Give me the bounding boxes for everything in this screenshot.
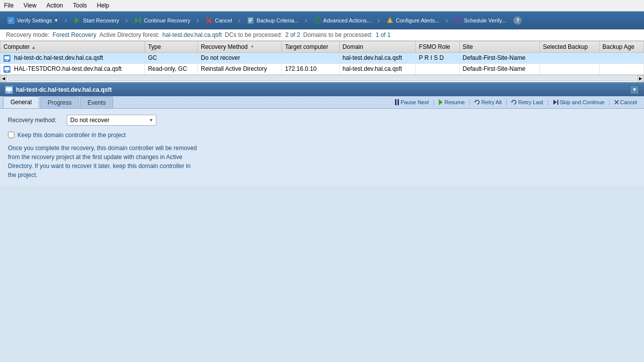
row1-computer: hal-test-dc.hal-test.dev.hal.ca.qsft bbox=[0, 53, 145, 64]
svg-rect-15 bbox=[455, 18, 462, 24]
detail-cancel-button[interactable]: Cancel bbox=[612, 98, 639, 106]
svg-rect-9 bbox=[249, 20, 253, 21]
toolbar-separator: › bbox=[64, 16, 67, 25]
dcs-label: DCs to be processed: bbox=[225, 31, 282, 38]
toolbar-separator-7: › bbox=[445, 16, 448, 25]
pause-next-button[interactable]: Pause Next bbox=[392, 98, 431, 106]
scroll-left-arrow[interactable]: ◀ bbox=[0, 75, 7, 82]
svg-rect-26 bbox=[6, 87, 12, 91]
verify-settings-button[interactable]: ✓ Verify Settings ▼ bbox=[3, 15, 62, 26]
continue-icon bbox=[134, 16, 142, 24]
svg-rect-16 bbox=[456, 17, 457, 19]
retry-last-button[interactable]: Retry Last bbox=[509, 98, 545, 106]
schedule-verify-button[interactable]: Schedule Verify... bbox=[450, 15, 511, 26]
row2-site: Default-First-Site-Name bbox=[459, 63, 539, 74]
main-table-area: Computer ▲ Type Recovery Method • Target… bbox=[0, 41, 644, 75]
menu-tools[interactable]: Tools bbox=[71, 1, 89, 10]
retry-all-button[interactable]: Retry All bbox=[472, 98, 504, 106]
configure-alerts-button[interactable]: Configure Alerts... bbox=[382, 15, 443, 26]
svg-rect-34 bbox=[557, 100, 558, 105]
tab-general[interactable]: General bbox=[3, 96, 39, 108]
svg-text:✓: ✓ bbox=[315, 18, 319, 23]
skip-continue-button[interactable]: Skip and Continue bbox=[551, 98, 607, 106]
row2-target: 172.16.0.10 bbox=[282, 63, 340, 74]
backup-criteria-button[interactable]: Backup Criteria... bbox=[243, 15, 302, 26]
recovery-method-indicator: • bbox=[252, 43, 254, 50]
row2-backup bbox=[540, 63, 600, 74]
row2-recovery-method: Reinstall Active Directory bbox=[198, 63, 282, 74]
menu-bar: File View Action Tools Help bbox=[0, 0, 644, 11]
schedule-icon bbox=[454, 16, 462, 24]
recovery-mode-label: Recovery mode: bbox=[6, 31, 49, 38]
col-computer[interactable]: Computer ▲ bbox=[0, 41, 145, 53]
menu-action[interactable]: Action bbox=[44, 1, 65, 10]
recovery-method-row: Recovery method: Do not recover Reinstal… bbox=[8, 115, 636, 126]
table-row[interactable]: hal-test-dc.hal-test.dev.hal.ca.qsft GC … bbox=[0, 53, 644, 64]
svg-rect-27 bbox=[8, 92, 10, 93]
row1-fsmo: P R I S D bbox=[416, 53, 460, 64]
action-separator-5: | bbox=[609, 99, 610, 106]
scroll-right-arrow[interactable]: ▶ bbox=[637, 75, 644, 82]
svg-marker-31 bbox=[474, 101, 476, 103]
advanced-actions-button[interactable]: ✓ Advanced Actions... bbox=[309, 15, 376, 26]
col-target-computer[interactable]: Target computer bbox=[282, 41, 340, 53]
description-text: Once you complete the recovery, this dom… bbox=[8, 144, 197, 180]
resume-icon bbox=[438, 99, 443, 105]
col-type[interactable]: Type bbox=[145, 41, 198, 53]
svg-rect-4 bbox=[139, 17, 141, 23]
row1-recovery-method: Do not recover bbox=[198, 53, 282, 64]
collapse-button[interactable]: ▼ bbox=[630, 85, 639, 94]
col-domain[interactable]: Domain bbox=[339, 41, 415, 53]
row1-site: Default-First-Site-Name bbox=[459, 53, 539, 64]
domains-label: Domains to be processed: bbox=[303, 31, 373, 38]
col-fsmo-role[interactable]: FSMO Role bbox=[416, 41, 460, 53]
menu-view[interactable]: View bbox=[21, 1, 38, 10]
action-separator-1: | bbox=[433, 99, 434, 106]
horizontal-scrollbar[interactable]: ◀ ▶ bbox=[0, 75, 644, 82]
cancel-toolbar-button[interactable]: Cancel bbox=[201, 15, 236, 26]
col-backup-age[interactable]: Backup Age bbox=[599, 41, 644, 53]
skip-icon bbox=[553, 99, 559, 105]
recovery-method-select[interactable]: Do not recover Reinstall Active Director… bbox=[67, 115, 156, 126]
svg-rect-18 bbox=[455, 19, 462, 20]
resume-button[interactable]: Resume bbox=[436, 98, 467, 106]
svg-rect-20 bbox=[4, 56, 9, 59]
detail-title: hal-test-dc.hal-test.dev.hal.ca.qsft bbox=[5, 86, 112, 94]
recovery-mode-value[interactable]: Forest Recovery bbox=[52, 31, 96, 38]
svg-rect-29 bbox=[397, 99, 399, 105]
svg-rect-17 bbox=[459, 17, 460, 19]
svg-text:✓: ✓ bbox=[9, 18, 13, 23]
dropdown-arrow-icon: ▼ bbox=[54, 18, 58, 23]
row1-backup bbox=[540, 53, 600, 64]
scroll-thumb[interactable] bbox=[8, 77, 636, 81]
row2-type: Read-only, GC bbox=[145, 63, 198, 74]
toolbar-separator-4: › bbox=[238, 16, 241, 25]
row2-computer: HAL-TESTDCRO.hal-test.dev.hal.ca.qsft bbox=[0, 63, 145, 74]
keep-in-project-checkbox[interactable] bbox=[8, 132, 14, 138]
table-row[interactable]: HAL-TESTDCRO.hal-test.dev.hal.ca.qsft Re… bbox=[0, 63, 644, 74]
retry-icon bbox=[474, 99, 480, 105]
menu-file[interactable]: File bbox=[2, 1, 15, 10]
col-recovery-method[interactable]: Recovery Method • bbox=[198, 41, 282, 53]
table-header-row: Computer ▲ Type Recovery Method • Target… bbox=[0, 41, 644, 53]
help-button[interactable]: ? bbox=[513, 16, 522, 25]
computers-table: Computer ▲ Type Recovery Method • Target… bbox=[0, 41, 644, 75]
svg-rect-8 bbox=[249, 18, 253, 19]
detail-dc-icon bbox=[5, 86, 13, 94]
start-recovery-button[interactable]: Start Recovery bbox=[69, 15, 124, 26]
col-selected-backup[interactable]: Selected Backup bbox=[540, 41, 600, 53]
toolbar-separator-6: › bbox=[377, 16, 380, 25]
menu-help[interactable]: Help bbox=[95, 1, 112, 10]
retry-last-icon bbox=[511, 99, 517, 105]
dcs-value: 2 of 2 bbox=[285, 31, 300, 38]
tab-events[interactable]: Events bbox=[80, 97, 114, 108]
tab-progress[interactable]: Progress bbox=[40, 97, 79, 108]
toolbar-separator-2: › bbox=[125, 16, 128, 25]
continue-recovery-button[interactable]: Continue Recovery bbox=[130, 15, 195, 26]
svg-rect-21 bbox=[6, 60, 8, 61]
toolbar-separator-5: › bbox=[305, 16, 307, 25]
keep-in-project-label[interactable]: Keep this domain controller in the proje… bbox=[17, 132, 126, 139]
backup-criteria-icon bbox=[247, 16, 255, 24]
dc-icon-2 bbox=[3, 66, 10, 73]
col-site[interactable]: Site bbox=[459, 41, 539, 53]
